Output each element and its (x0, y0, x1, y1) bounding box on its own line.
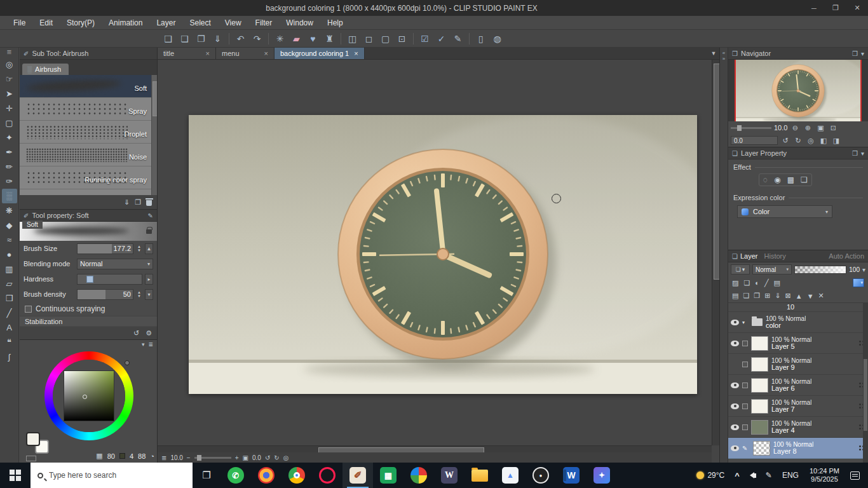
eraser-command-icon[interactable]: ▰ (288, 31, 304, 46)
weather-widget[interactable]: 29°C (691, 463, 729, 488)
move-down-icon[interactable]: ▼ (807, 292, 814, 300)
operation-tool-icon[interactable]: ➤ (2, 86, 17, 101)
brush-item-running-color-spray[interactable]: Running color spray (20, 166, 157, 189)
canvas-tab-menu[interactable]: menu × (216, 48, 275, 59)
volume-button[interactable] (745, 463, 761, 488)
merge-down-icon[interactable]: ⇓ (775, 292, 780, 300)
palette-color-dropdown[interactable]: ❏▾ (731, 264, 750, 274)
brush-density-spinner[interactable]: ▲▼ (136, 290, 142, 298)
snap-check-1-icon[interactable]: ☑ (417, 31, 433, 46)
taskbar-app-google[interactable] (403, 463, 434, 488)
menu-filter[interactable]: Filter (248, 18, 280, 27)
layer-property-menu-icon[interactable]: ▾ (861, 150, 864, 157)
brush-item-soft[interactable]: Soft (20, 75, 157, 98)
text-tool-icon[interactable]: A (2, 320, 17, 335)
new-document-icon[interactable]: ❏ (177, 31, 193, 46)
material-icon[interactable]: ▯ (473, 31, 489, 46)
color-panel-menu-icon[interactable]: ≣ (148, 341, 153, 348)
navigator-menu-icon[interactable]: ▾ (861, 50, 864, 57)
opacity-dropdown-icon[interactable]: ▾ (862, 266, 865, 273)
layer-row-layer7[interactable]: 100 % NormalLayer 7 (728, 396, 868, 417)
layer-row-partial[interactable]: 10 (728, 303, 868, 312)
close-tab-icon[interactable]: × (264, 50, 268, 57)
task-view-button[interactable]: ❐ (193, 463, 220, 488)
visibility-toggle-icon[interactable] (731, 424, 739, 430)
taskbar-app-camera[interactable]: ● (526, 463, 556, 488)
menu-help[interactable]: Help (320, 18, 350, 27)
menu-file[interactable]: File (6, 18, 32, 27)
brush-density-slider[interactable]: 50 (77, 289, 133, 300)
close-tab-icon[interactable]: × (206, 50, 210, 57)
canvas-viewport[interactable] (158, 60, 712, 445)
nav-fit-icon[interactable]: ▣ (815, 124, 825, 132)
main-color-swatch[interactable] (26, 432, 40, 446)
brush-item-droplet[interactable]: Droplet (20, 121, 157, 144)
visibility-toggle-icon[interactable] (731, 383, 739, 388)
panel-collapse-strip[interactable]: «» (720, 48, 728, 463)
taskbar-app-whatsapp[interactable]: ✆ (220, 463, 251, 488)
taskbar-app-word[interactable]: W (556, 463, 587, 488)
brush-size-spinner[interactable]: ▲▼ (136, 245, 142, 252)
restore-defaults-icon[interactable]: ↺ (133, 329, 139, 337)
layer-select-box[interactable] (742, 424, 748, 430)
tab-history[interactable]: History (764, 252, 786, 260)
blending-mode-dropdown[interactable]: Normal (77, 259, 153, 269)
close-tab-icon[interactable]: × (354, 50, 358, 57)
save-file-icon[interactable]: ⇓ (210, 31, 226, 46)
zoom-in-icon[interactable]: + (235, 454, 239, 461)
zoom-slider[interactable] (194, 457, 231, 459)
taskbar-app-file-explorer[interactable] (465, 463, 495, 488)
menu-story[interactable]: Story(P) (60, 18, 102, 27)
menu-window[interactable]: Window (279, 18, 320, 27)
nav-zoom-in-icon[interactable]: ⊕ (803, 124, 813, 132)
hardness-slider[interactable] (77, 274, 142, 285)
lock-layer-icon[interactable]: ◐ (755, 279, 759, 287)
snap-grid-icon[interactable]: ♜ (322, 31, 337, 46)
layer-list-view-icon[interactable]: ▤ (732, 292, 738, 300)
lock-alpha-icon[interactable]: ▨ (732, 279, 738, 287)
frame-border-tool-icon[interactable]: ❒ (2, 291, 17, 306)
menu-view[interactable]: View (218, 18, 248, 27)
taskbar-app-paint[interactable]: ✦ (587, 463, 617, 488)
menu-select[interactable]: Select (182, 18, 217, 27)
layer-list-scrollbar[interactable] (863, 303, 868, 463)
taskbar-search[interactable] (31, 463, 193, 488)
canvas-tab-background-coloring[interactable]: background coloring 1 × (275, 48, 365, 59)
visibility-toggle-icon[interactable] (731, 445, 739, 451)
canvas-tab-title[interactable]: title × (158, 48, 216, 59)
close-button[interactable]: ✕ (846, 0, 868, 16)
nav-reset-rotation-icon[interactable]: ◎ (806, 137, 816, 145)
transparent-color-swatch[interactable] (26, 456, 36, 461)
canvas-vertical-scrollbar[interactable] (712, 60, 719, 445)
taskbar-app-sheets[interactable]: ▦ (373, 463, 403, 488)
blend-tool-icon[interactable]: ≈ (2, 233, 17, 247)
color-panel-dock-icon[interactable]: ▾ (142, 341, 145, 348)
eraser-tool-icon[interactable]: ◆ (2, 218, 17, 233)
artwork-canvas[interactable] (189, 115, 697, 394)
menu-edit[interactable]: Edit (32, 18, 60, 27)
layer-row-layer4[interactable]: 100 % NormalLayer 4 (728, 417, 868, 438)
brush-tool-icon[interactable]: ✑ (2, 174, 17, 189)
new-vector-layer-icon[interactable]: ❐ (754, 292, 760, 300)
layer-color-effect-icon[interactable]: ❏ (801, 175, 808, 184)
taskbar-app-photos[interactable]: ▲ (495, 463, 526, 488)
pencil-tool-icon[interactable]: ✏ (2, 159, 17, 174)
navigator-zoom-slider[interactable] (731, 127, 771, 129)
delete-layer-icon[interactable]: ✕ (818, 292, 824, 300)
taskbar-app-wikipedia[interactable]: W (434, 463, 465, 488)
redo-icon[interactable]: ↷ (249, 31, 265, 46)
brush-item-spray[interactable]: Spray (20, 98, 157, 121)
taskbar-app-firefox[interactable] (251, 463, 281, 488)
folder-expand-icon[interactable]: ▾ (742, 320, 749, 325)
language-indicator[interactable]: ENG (777, 463, 804, 488)
canvas-horizontal-scrollbar[interactable] (158, 445, 712, 452)
extract-line-icon[interactable]: ▩ (787, 175, 794, 184)
selection-mode-4-icon[interactable]: ⊡ (394, 31, 410, 46)
search-input[interactable] (49, 471, 186, 480)
duplicate-subtool-icon[interactable]: ❐ (135, 198, 141, 207)
visibility-toggle-icon[interactable] (731, 403, 739, 409)
decoration-tool-icon[interactable]: ❋ (2, 203, 17, 218)
selection-mode-1-icon[interactable]: ◫ (344, 31, 360, 46)
tab-list-dropdown-icon[interactable]: ▼ (708, 48, 719, 59)
layer-row-layer8-selected[interactable]: ✎ 100 % NormalLayer 8 (728, 438, 868, 459)
